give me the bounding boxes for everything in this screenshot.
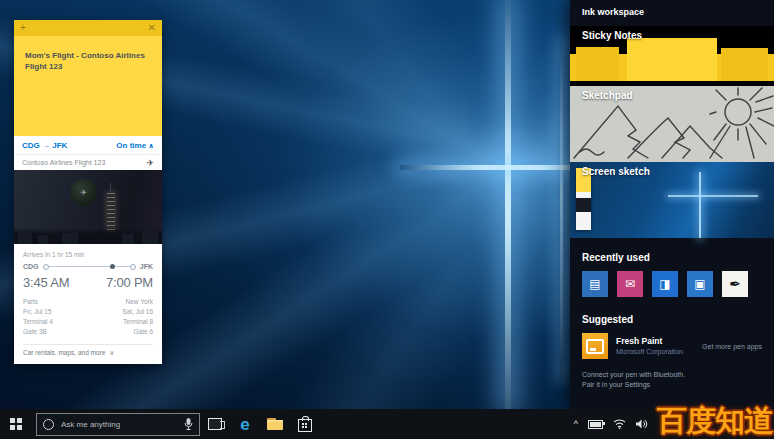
building xyxy=(142,231,158,244)
destination-city: New York xyxy=(122,297,153,307)
speaker-icon[interactable] xyxy=(636,419,648,429)
flight-times: 3:45 AM 7:00 PM xyxy=(23,275,153,290)
collapse-chevron-icon: ∧ xyxy=(148,142,154,149)
windows-logo-vertical-edge xyxy=(505,0,511,409)
airport-details: Paris Fri, Jul 15 Terminal 4 Gate 3B New… xyxy=(23,297,153,337)
suggested-app-row: Fresh Paint Microsoft Corporation Get mo… xyxy=(570,333,774,359)
flight-progress-plane-icon xyxy=(110,264,115,269)
ink-workspace-panel: Ink workspace Sticky Notes xyxy=(570,0,774,409)
file-explorer-button[interactable] xyxy=(260,409,290,439)
building xyxy=(18,232,32,244)
microphone-icon[interactable] xyxy=(184,418,193,430)
airline-flight-label: Contoso Airlines Flight 123 xyxy=(22,159,105,166)
origin-code: CDG xyxy=(23,263,39,270)
origin-terminal: Terminal 4 xyxy=(23,317,53,327)
flight-details: Arrives in 1 hr 15 min CDG JFK 3:45 AM 7… xyxy=(14,244,162,364)
task-view-button[interactable] xyxy=(200,409,230,439)
building xyxy=(38,235,48,244)
mini-wallpaper-hline xyxy=(668,195,758,197)
watermark: 百度知道 xyxy=(657,401,773,439)
cortana-search-box[interactable] xyxy=(36,413,200,436)
suggested-app-name: Fresh Paint xyxy=(616,336,683,347)
airplane-icon: ✈ xyxy=(146,158,154,168)
sticky-note-header: + ✕ xyxy=(14,20,162,36)
airline-promo-image: ✈ xyxy=(14,170,162,244)
building xyxy=(122,234,134,244)
origin-gate: Gate 3B xyxy=(23,327,53,337)
suggested-label: Suggested xyxy=(582,314,762,325)
start-button[interactable] xyxy=(0,409,32,439)
sticky-note-preview-center xyxy=(627,38,717,81)
sketchpad-label: Sketchpad xyxy=(582,90,633,101)
edge-button[interactable]: e xyxy=(230,409,260,439)
recently-used-apps: ▤ ✉ ◨ ▣ ✒ xyxy=(570,271,774,297)
suggested-app-info[interactable]: Fresh Paint Microsoft Corporation xyxy=(616,336,683,356)
note-add-button[interactable]: + xyxy=(20,23,26,33)
progress-line xyxy=(45,266,134,267)
panel-footer: Connect your pen with Bluetooth. Pair it… xyxy=(570,359,774,390)
panel-title: Ink workspace xyxy=(570,0,774,26)
recently-used-label: Recently used xyxy=(582,252,762,263)
task-view-icon xyxy=(208,418,222,430)
tray-expand-chevron[interactable]: ^ xyxy=(574,420,578,429)
flight-progress-track xyxy=(43,262,136,270)
edge-icon: e xyxy=(240,416,249,433)
building xyxy=(62,233,78,244)
flight-status: On time xyxy=(116,141,146,150)
airline-row: Contoso Airlines Flight 123 ✈ xyxy=(14,154,162,170)
wifi-icon[interactable] xyxy=(613,419,626,429)
contoso-logo: ✈ xyxy=(70,179,97,206)
flight-progress: CDG JFK xyxy=(23,262,153,270)
origin-city: Paris xyxy=(23,297,53,307)
logo-plane-icon: ✈ xyxy=(80,188,87,197)
suggested-app-publisher: Microsoft Corporation xyxy=(616,347,683,356)
sticky-note-preview-right xyxy=(721,48,768,81)
recent-app-2[interactable]: ✉ xyxy=(617,271,643,297)
sticky-note[interactable]: + ✕ Mom's Flight - Contoso Airlines Flig… xyxy=(14,20,162,136)
destination-date: Sat, Jul 16 xyxy=(122,307,153,317)
get-more-pen-apps-link[interactable]: Get more pen apps xyxy=(702,343,762,350)
sticky-notes-label: Sticky Notes xyxy=(582,30,642,41)
folder-icon xyxy=(267,418,283,430)
bluetooth-hint: Connect your pen with Bluetooth. xyxy=(582,370,762,380)
destination-terminal: Terminal 8 xyxy=(122,317,153,327)
arrival-countdown: Arrives in 1 hr 15 min xyxy=(23,251,153,258)
store-button[interactable] xyxy=(290,409,320,439)
store-bag-icon xyxy=(298,419,312,432)
app-icon: ◨ xyxy=(659,277,670,291)
windows-logo-vertical-edge-2 xyxy=(560,40,563,379)
more-options-link[interactable]: Car rentals, maps, and more ∨ xyxy=(23,344,153,360)
recent-app-4[interactable]: ▣ xyxy=(687,271,713,297)
origin-dot-icon xyxy=(43,264,49,270)
sticky-notes-tile[interactable]: Sticky Notes xyxy=(570,26,774,86)
recent-app-3[interactable]: ◨ xyxy=(652,271,678,297)
sketchpad-tile[interactable]: Sketchpad xyxy=(570,86,774,162)
cortana-flight-card: + ✕ Mom's Flight - Contoso Airlines Flig… xyxy=(14,20,162,364)
fresh-paint-icon[interactable] xyxy=(582,333,608,359)
mini-wallpaper-vline xyxy=(699,172,701,238)
app-icon: ✉ xyxy=(625,277,635,291)
windows-logo-icon xyxy=(10,418,22,430)
app-icon: ▤ xyxy=(589,277,600,291)
screen-sketch-tile[interactable]: Screen sketch xyxy=(570,162,774,238)
destination-gate: Gate 6 xyxy=(122,327,153,337)
note-text[interactable]: Mom's Flight - Contoso Airlines Flight 1… xyxy=(14,36,162,136)
skyline-silhouette xyxy=(14,228,162,244)
flight-status-row[interactable]: CDG → JFK On time ∧ xyxy=(14,136,162,154)
chevron-down-icon: ∨ xyxy=(109,349,114,357)
flight-status-toggle[interactable]: On time ∧ xyxy=(116,141,154,150)
cortana-icon xyxy=(43,419,54,430)
mini-flight-card xyxy=(576,168,591,230)
origin-date: Fri, Jul 15 xyxy=(23,307,53,317)
destination-dot-icon xyxy=(130,264,136,270)
battery-icon[interactable] xyxy=(588,420,603,429)
settings-link[interactable]: Pair it in your Settings xyxy=(582,380,762,390)
pen-icon: ✒ xyxy=(729,276,741,292)
recent-app-1[interactable]: ▤ xyxy=(582,271,608,297)
app-icon: ▣ xyxy=(694,277,705,291)
recent-app-5[interactable]: ✒ xyxy=(722,271,748,297)
arrival-time: 7:00 PM xyxy=(106,275,153,290)
origin-details: Paris Fri, Jul 15 Terminal 4 Gate 3B xyxy=(23,297,53,337)
note-close-button[interactable]: ✕ xyxy=(148,23,156,33)
search-input[interactable] xyxy=(59,419,179,430)
